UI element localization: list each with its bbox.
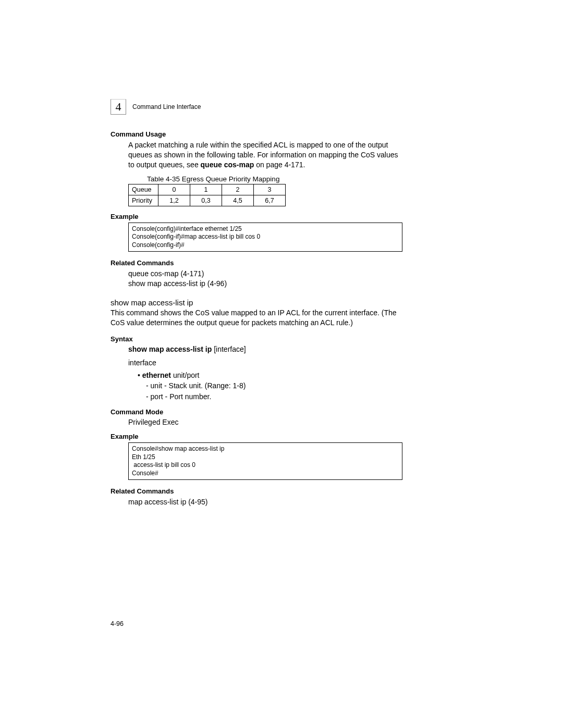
- chapter-title: Command Line Interface: [132, 103, 201, 110]
- example-2-code: Console#show map access-list ip Eth 1/25…: [128, 442, 402, 480]
- page-header: 4 Command Line Interface: [111, 99, 402, 115]
- table-cell: Priority: [129, 195, 158, 206]
- list-item: port - Port number.: [146, 391, 402, 402]
- table-cell: 0: [158, 184, 190, 195]
- heading-example-1: Example: [111, 213, 402, 220]
- heading-command-mode: Command Mode: [111, 408, 402, 416]
- command-usage-bold: queue cos-map: [201, 161, 254, 169]
- table-cell: 2: [222, 184, 254, 195]
- command-usage-post: on page 4-171.: [254, 161, 305, 169]
- table-caption: Table 4-35 Egress Queue Priority Mapping: [147, 175, 402, 183]
- table-cell: 3: [254, 184, 286, 195]
- heading-example-2: Example: [111, 433, 402, 440]
- table-row: Queue 0 1 2 3: [129, 184, 286, 195]
- related-commands-2: map access-list ip (4-95): [128, 497, 402, 507]
- syntax-bold: show map access-list ip: [128, 345, 212, 353]
- related-commands-1: queue cos-map (4-171) show map access-li…: [128, 269, 402, 289]
- syntax-line: show map access-list ip [interface]: [128, 345, 402, 353]
- heading-related-1: Related Commands: [111, 259, 402, 267]
- heading-command-usage: Command Usage: [111, 130, 402, 138]
- heading-related-2: Related Commands: [111, 487, 402, 495]
- ethernet-bold: ethernet: [142, 371, 171, 379]
- syntax-dash-list: unit - Stack unit. (Range: 1-8) port - P…: [146, 380, 402, 402]
- command-usage-text: A packet matching a rule within the spec…: [128, 140, 402, 170]
- table-cell: 1,2: [158, 195, 190, 206]
- related-item: show map access-list ip (4-96): [128, 279, 402, 289]
- page-content: 4 Command Line Interface Command Usage A…: [111, 99, 402, 516]
- chapter-number-box: 4: [111, 99, 126, 115]
- heading-syntax: Syntax: [111, 335, 402, 343]
- table-cell: 1: [190, 184, 222, 195]
- syntax-bullet-list: ethernet unit/port unit - Stack unit. (R…: [138, 370, 402, 402]
- egress-queue-table: Queue 0 1 2 3 Priority 1,2 0,3 4,5 6,7: [128, 184, 286, 206]
- command-title: show map access-list ip: [111, 298, 402, 307]
- list-item: ethernet unit/port unit - Stack unit. (R…: [138, 370, 402, 402]
- table-cell: 6,7: [254, 195, 286, 206]
- table-cell: Queue: [129, 184, 158, 195]
- example-1-code: Console(config)#interface ethernet 1/25 …: [128, 223, 402, 252]
- related-item: map access-list ip (4-95): [128, 497, 402, 507]
- command-description: This command shows the CoS value mapped …: [111, 308, 402, 328]
- table-row: Priority 1,2 0,3 4,5 6,7: [129, 195, 286, 206]
- table-cell: 0,3: [190, 195, 222, 206]
- related-item: queue cos-map (4-171): [128, 269, 402, 279]
- list-item: unit - Stack unit. (Range: 1-8): [146, 380, 402, 391]
- command-mode-text: Privileged Exec: [128, 418, 402, 426]
- page-number: 4-96: [111, 620, 124, 627]
- table-cell: 4,5: [222, 195, 254, 206]
- ethernet-rest: unit/port: [171, 371, 199, 379]
- interface-label: interface: [128, 359, 402, 367]
- syntax-rest: [interface]: [212, 345, 246, 353]
